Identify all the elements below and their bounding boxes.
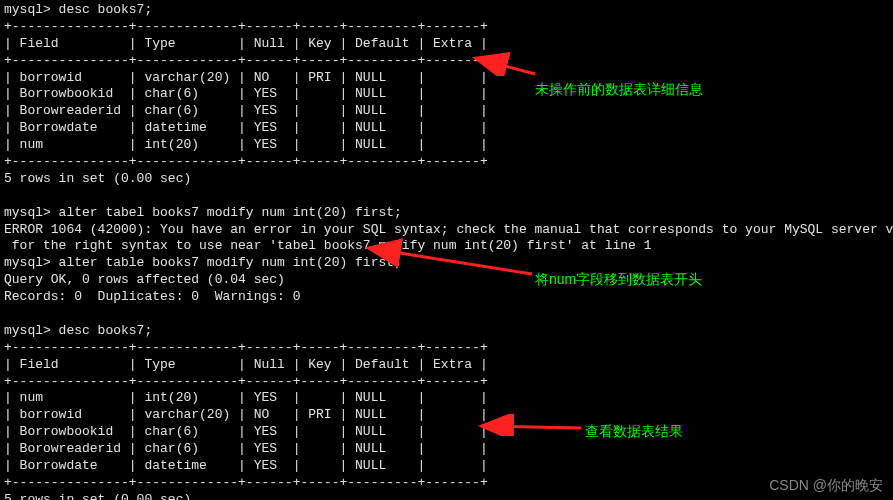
table2-row: | Borrowbookid | char(6) | YES | | NULL …: [4, 424, 889, 441]
prompt-desc-2: mysql> desc books7;: [4, 323, 889, 340]
prompt-alter-ok: mysql> alter table books7 modify num int…: [4, 255, 889, 272]
table2-header: | Field | Type | Null | Key | Default | …: [4, 357, 889, 374]
table1-row: | Borrowbookid | char(6) | YES | | NULL …: [4, 86, 889, 103]
table2-row: | Borrowdate | datetime | YES | | NULL |…: [4, 458, 889, 475]
watermark: CSDN @你的晚安: [769, 476, 883, 494]
blank: [4, 306, 889, 323]
table1-border: +---------------+-------------+------+--…: [4, 53, 889, 70]
table2-border: +---------------+-------------+------+--…: [4, 475, 889, 492]
table1-border: +---------------+-------------+------+--…: [4, 154, 889, 171]
table2-row: | num | int(20) | YES | | NULL | |: [4, 390, 889, 407]
error-line: for the right syntax to use near 'tabel …: [4, 238, 889, 255]
table2-row: | Borowreaderid | char(6) | YES | | NULL…: [4, 441, 889, 458]
table2-border: +---------------+-------------+------+--…: [4, 374, 889, 391]
query-ok: Query OK, 0 rows affected (0.04 sec): [4, 272, 889, 289]
table1-row: | borrowid | varchar(20) | NO | PRI | NU…: [4, 70, 889, 87]
table2-row: | borrowid | varchar(20) | NO | PRI | NU…: [4, 407, 889, 424]
table1-border: +---------------+-------------+------+--…: [4, 19, 889, 36]
records-line: Records: 0 Duplicates: 0 Warnings: 0: [4, 289, 889, 306]
table1-row: | Borowreaderid | char(6) | YES | | NULL…: [4, 103, 889, 120]
rows-count: 5 rows in set (0.00 sec): [4, 492, 889, 500]
error-line: ERROR 1064 (42000): You have an error in…: [4, 222, 889, 239]
prompt-desc-1: mysql> desc books7;: [4, 2, 889, 19]
blank: [4, 188, 889, 205]
annotation-result: 查看数据表结果: [585, 422, 683, 440]
prompt-alter-wrong: mysql> alter tabel books7 modify num int…: [4, 205, 889, 222]
table1-row: | Borrowdate | datetime | YES | | NULL |…: [4, 120, 889, 137]
table1-row: | num | int(20) | YES | | NULL | |: [4, 137, 889, 154]
table2-border: +---------------+-------------+------+--…: [4, 340, 889, 357]
table1-header: | Field | Type | Null | Key | Default | …: [4, 36, 889, 53]
annotation-before: 未操作前的数据表详细信息: [535, 80, 703, 98]
annotation-move: 将num字段移到数据表开头: [535, 270, 702, 288]
rows-count: 5 rows in set (0.00 sec): [4, 171, 889, 188]
